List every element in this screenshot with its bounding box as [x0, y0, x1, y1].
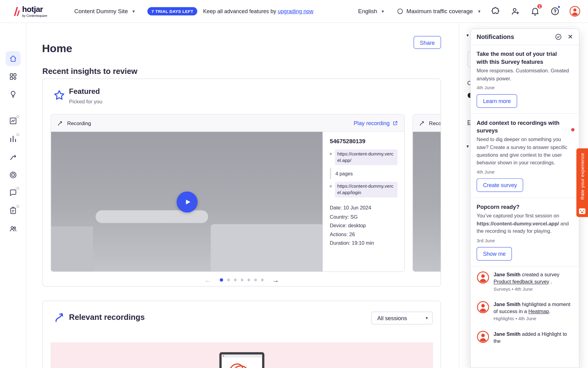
unread-indicator-dot	[571, 128, 575, 132]
traffic-coverage-selector[interactable]: Maximum traffic coverage ▾	[397, 8, 480, 15]
play-button[interactable]	[177, 191, 198, 213]
notification-date: 3rd June	[477, 238, 573, 243]
recording-label: Recording	[429, 120, 441, 126]
notification-title: Popcorn ready?	[477, 203, 573, 211]
notification-body: More responses. Customisation. Greated a…	[477, 67, 573, 82]
home-icon	[9, 55, 17, 63]
language-selector[interactable]: English ▾	[358, 8, 384, 15]
trial-badge: 7 TRIAL DAYS LEFT	[147, 7, 197, 15]
puzzle-icon	[491, 6, 500, 16]
sidebar-item-users[interactable]	[6, 221, 21, 236]
relevant-heading: Relevant recordings	[69, 313, 145, 322]
sidebar-item-goals[interactable]	[6, 167, 21, 182]
activity-row: Jane Smith created a survey Product feed…	[471, 266, 579, 296]
activity-suffix: .	[549, 279, 552, 284]
notification-card: Popcorn ready? You’ve captured your firs…	[471, 198, 579, 266]
activity-text: Jane Smith added a Highlight to the	[493, 330, 573, 345]
activity-text: Jane Smith highlighted a moment of succe…	[493, 301, 573, 315]
app-window: hotjar by Contentsquare Content Dummy Si…	[0, 0, 588, 368]
notifications-button[interactable]: 1	[530, 6, 540, 16]
show-me-button[interactable]: Show me	[477, 247, 512, 260]
person-add-icon	[511, 6, 520, 16]
recording-meta: Date: 10 Jun 2024 Country: SG Device: de…	[330, 204, 398, 248]
play-recording-link[interactable]: Play recording	[354, 120, 398, 126]
carousel-next-button[interactable]: →	[270, 276, 281, 284]
carousel-dot[interactable]	[261, 279, 264, 282]
carousel-dot[interactable]	[247, 279, 250, 282]
visited-url: https://content-dummy.vercel.app/login	[335, 182, 398, 197]
feedback-smiley-icon	[579, 209, 586, 214]
invite-user-button[interactable]	[511, 6, 520, 16]
timeline-dot	[330, 185, 332, 187]
carousel-dots	[220, 278, 264, 282]
activity-link[interactable]: Product feedback survey	[493, 279, 549, 284]
create-survey-button[interactable]: Create survey	[477, 178, 523, 192]
notification-title: Add context to recordings with surveys	[477, 119, 573, 134]
carousel-prev-button[interactable]: ←	[203, 276, 213, 284]
visited-url: https://content-dummy.vercel.app/	[335, 149, 398, 165]
carousel-dot[interactable]	[254, 279, 257, 282]
meta-actions: Actions: 26	[330, 230, 398, 239]
learn-more-button[interactable]: Learn more	[477, 94, 517, 108]
brand-name: hotjar	[22, 5, 47, 13]
traffic-coverage-label: Maximum traffic coverage	[406, 8, 473, 15]
activity-text: Jane Smith created a survey Product feed…	[493, 271, 573, 285]
close-icon[interactable]: ✕	[568, 34, 573, 40]
recording-card-header: Recording	[413, 114, 441, 132]
rate-experience-tab[interactable]: Rate your experience	[576, 148, 588, 217]
activity-user: Jane Smith	[493, 301, 520, 307]
hotjar-logo[interactable]: hotjar by Contentsquare	[12, 5, 47, 17]
activity-suffix: .	[549, 309, 550, 314]
sidebar-item-journeys[interactable]	[6, 149, 21, 164]
activity-meta: Highlights • 4th June	[493, 316, 573, 321]
account-menu-button[interactable]	[569, 6, 581, 17]
journeys-icon	[9, 153, 17, 161]
survey-clipboard-icon	[9, 206, 17, 215]
rate-experience-label: Rate your experience	[579, 153, 585, 200]
activity-meta: Surveys • 4th June	[493, 286, 573, 292]
notification-date: 4th June	[477, 85, 573, 90]
notification-body-text: You’ve captured your first session on	[477, 213, 559, 218]
sidebar-item-feedback[interactable]	[6, 185, 21, 200]
carousel-viewport: Recording Play recording	[51, 114, 440, 272]
sidebar-item-surveys[interactable]	[6, 203, 21, 218]
sidebar	[0, 23, 26, 368]
featured-subtitle: Picked for you	[69, 98, 102, 105]
users-icon	[9, 224, 17, 233]
meta-device: Device: desktop	[330, 221, 398, 230]
sessions-filter-value: All sessions	[377, 315, 407, 321]
sidebar-item-dashboards[interactable]	[6, 69, 21, 84]
notification-body-url: https://content-dummy.vercel.app/	[477, 220, 559, 226]
recording-preview	[413, 132, 441, 272]
notification-body: You’ve captured your first session on ht…	[477, 212, 573, 235]
carousel-dot[interactable]	[234, 279, 237, 282]
mark-all-read-icon[interactable]	[555, 33, 562, 40]
activity-link[interactable]: Heatmap	[528, 309, 549, 314]
target-icon	[9, 171, 17, 179]
sidebar-item-heatmaps[interactable]	[6, 132, 21, 147]
hotjar-flame-icon	[12, 6, 21, 16]
new-indicator-dot	[17, 115, 19, 118]
sidebar-item-trends[interactable]	[6, 113, 21, 128]
site-selector[interactable]: Content Dummy Site ▾	[74, 8, 135, 15]
share-button[interactable]: Share	[414, 36, 441, 49]
help-button[interactable]	[550, 6, 560, 16]
integrations-button[interactable]	[491, 6, 500, 16]
sidebar-item-highlights[interactable]	[6, 87, 21, 102]
upgrade-link[interactable]: upgrading now	[278, 8, 313, 14]
carousel-dot[interactable]	[241, 279, 243, 282]
bar-chart-icon	[9, 135, 17, 143]
carousel-dot[interactable]	[220, 278, 223, 282]
preview-skeleton-pill	[96, 210, 208, 223]
coverage-ring-icon	[397, 8, 403, 15]
notification-date: 4th June	[477, 169, 573, 174]
avatar-icon	[569, 6, 581, 17]
hidden-panel-caret: ▾	[466, 144, 469, 149]
carousel-dot[interactable]	[227, 279, 230, 282]
sidebar-item-home[interactable]	[6, 51, 21, 66]
trial-message: Keep all advanced features by upgrading …	[203, 8, 313, 14]
new-indicator-dot	[17, 187, 19, 190]
sessions-filter-dropdown[interactable]: All sessions ▾	[371, 312, 433, 324]
page-title: Home	[42, 43, 72, 55]
play-icon	[184, 198, 191, 206]
